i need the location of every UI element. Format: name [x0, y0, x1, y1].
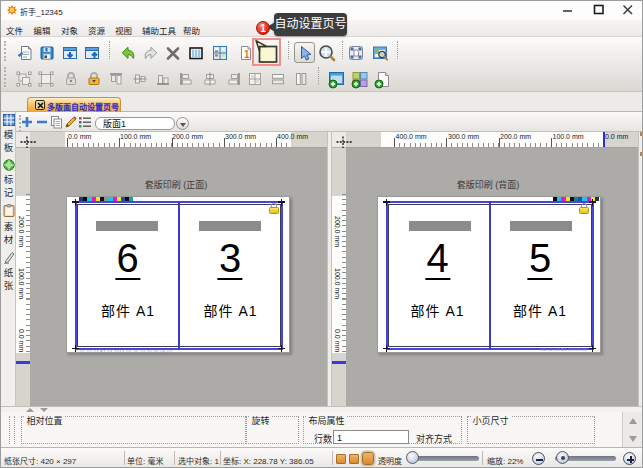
svg-text:1: 1: [244, 49, 250, 60]
